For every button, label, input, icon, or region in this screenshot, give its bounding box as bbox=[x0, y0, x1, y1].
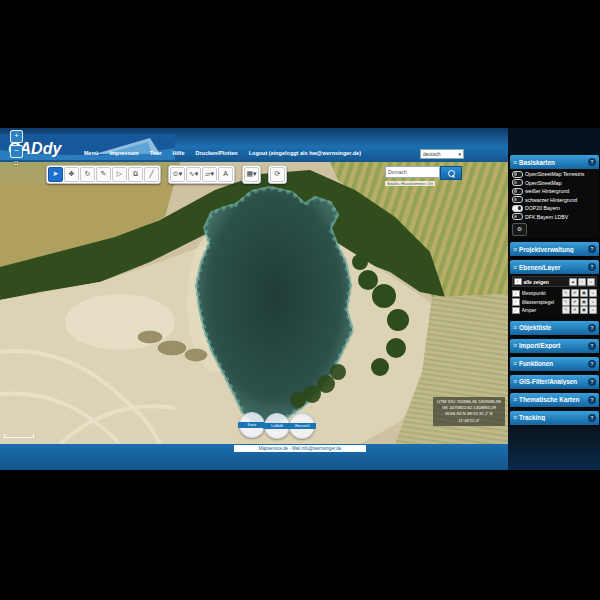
play-tool-button[interactable]: ▷ bbox=[112, 167, 127, 182]
toggle-icon[interactable] bbox=[512, 179, 523, 186]
toggle-icon[interactable] bbox=[512, 205, 523, 212]
basemap-item-weisser-hintergrund[interactable]: weißer Hintergrund bbox=[512, 187, 597, 196]
panel-objektliste: ≡ Objektliste ? bbox=[510, 321, 599, 335]
view-shortcut-luftbild[interactable]: Luftbild bbox=[264, 413, 290, 439]
edit-style-button[interactable]: ✐ bbox=[571, 298, 579, 306]
rotate-tool-button[interactable]: ↻ bbox=[80, 167, 95, 182]
edit-layer-button[interactable]: ✎ bbox=[562, 306, 570, 314]
panel-header-ebenen-layer[interactable]: ≡ Ebenen/Layer ? bbox=[510, 260, 599, 274]
show-all-layers-row[interactable]: ✓ alle zeigen ▲ − + bbox=[512, 276, 597, 287]
panel-header-objektliste[interactable]: ≡ Objektliste ? bbox=[510, 321, 599, 335]
panel-header-thematische-karten[interactable]: ≡ Thematische Karten ? bbox=[510, 393, 599, 407]
layer-checkbox[interactable]: ✓ bbox=[512, 307, 520, 315]
zoom-in-button[interactable]: + bbox=[10, 130, 23, 143]
edit-layer-button[interactable]: ✎ bbox=[562, 289, 570, 297]
menu-icon: ≡ bbox=[513, 396, 517, 403]
help-icon[interactable]: ? bbox=[588, 342, 596, 350]
toolbar-group-edit: ➤ ✥ ↻ ✎ ▷ ⧉ ╱ bbox=[46, 165, 161, 184]
basemap-item-dfk-bayern[interactable]: DFK Bayern LDBV bbox=[512, 213, 597, 222]
satellite-map bbox=[0, 162, 508, 444]
select-tool-button[interactable]: ➤ bbox=[48, 167, 63, 182]
polygon-measure-button[interactable]: ▱▾ bbox=[202, 167, 217, 182]
layer-sort-button[interactable]: ▲ bbox=[569, 278, 577, 286]
search-button[interactable] bbox=[440, 166, 462, 180]
help-icon[interactable]: ? bbox=[588, 158, 596, 166]
panel-header-tracking[interactable]: ≡ Tracking ? bbox=[510, 411, 599, 425]
zoom-out-button[interactable]: − bbox=[10, 145, 23, 158]
gear-icon[interactable]: ⚙ bbox=[512, 223, 527, 236]
panel-title: GIS-Filter/Analysen bbox=[519, 378, 588, 385]
menu-item-tour[interactable]: Tour bbox=[150, 150, 162, 156]
view-shortcut-karte[interactable]: Karte bbox=[239, 412, 265, 438]
toggle-icon[interactable] bbox=[512, 196, 523, 203]
layer-plus-button[interactable]: + bbox=[589, 298, 597, 306]
footer-contact[interactable]: Mapservice.de - Mail info@wernsinger.de bbox=[234, 445, 366, 452]
map-zoom-control: + − 11 bbox=[10, 130, 22, 166]
layer-folder-button[interactable]: ▣ bbox=[580, 306, 588, 314]
layer-folder-button[interactable]: ▣ bbox=[580, 289, 588, 297]
help-icon[interactable]: ? bbox=[588, 414, 596, 422]
basemap-item-osm[interactable]: OpenStreetMap bbox=[512, 179, 597, 188]
edit-style-button[interactable]: ✐ bbox=[571, 306, 579, 314]
basemap-item-schwarzer-hintergrund[interactable]: schwarzer Hintergrund bbox=[512, 196, 597, 205]
polyline-measure-button[interactable]: ∿▾ bbox=[186, 167, 201, 182]
style-tool-button[interactable]: ▦▾ bbox=[244, 167, 259, 182]
panel-header-projektverwaltung[interactable]: ≡ Projektverwaltung ? bbox=[510, 242, 599, 256]
panel-header-import-export[interactable]: ≡ Import/Export ? bbox=[510, 339, 599, 353]
caddy-logo[interactable]: CADdy bbox=[0, 128, 175, 162]
help-icon[interactable]: ? bbox=[588, 360, 596, 368]
menu-item-menue[interactable]: Menü bbox=[84, 150, 98, 156]
layer-tools: ✎ ✐ ▣ + bbox=[562, 298, 597, 306]
help-icon[interactable]: ? bbox=[588, 378, 596, 386]
overlay-tool-button[interactable]: ⧉ bbox=[128, 167, 143, 182]
panel-header-basiskarten[interactable]: ≡ Basiskarten ? bbox=[510, 155, 599, 169]
edit-style-button[interactable]: ✐ bbox=[571, 289, 579, 297]
search-input[interactable] bbox=[385, 166, 440, 178]
toggle-icon[interactable] bbox=[512, 188, 523, 195]
map-viewport[interactable]: ➤ ✥ ↻ ✎ ▷ ⧉ ╱ ⊙▾ ∿▾ ▱▾ A ▦▾ bbox=[0, 162, 508, 444]
circle-measure-button[interactable]: ⊙▾ bbox=[170, 167, 185, 182]
reload-button[interactable]: ⟳ bbox=[270, 167, 285, 182]
basemap-item-dop20-bayern[interactable]: DOP20 Bayern bbox=[512, 204, 597, 213]
search-icon bbox=[448, 170, 455, 177]
language-select[interactable]: deutsch ▾ bbox=[420, 149, 464, 159]
menu-item-impressum[interactable]: Impressum bbox=[109, 150, 138, 156]
toggle-icon[interactable] bbox=[512, 213, 523, 220]
layer-plus-button[interactable]: + bbox=[589, 306, 597, 314]
toggle-icon[interactable] bbox=[512, 171, 523, 178]
help-icon[interactable]: ? bbox=[588, 263, 596, 271]
layer-checkbox[interactable]: ✓ bbox=[512, 290, 520, 298]
panel-header-gis-filter[interactable]: ≡ GIS-Filter/Analysen ? bbox=[510, 375, 599, 389]
help-icon[interactable]: ? bbox=[588, 324, 596, 332]
toolbar-group-style: ▦▾ bbox=[242, 165, 261, 184]
menu-item-hilfe[interactable]: Hilfe bbox=[173, 150, 185, 156]
basemap-item-osm-terrestris[interactable]: OpenStreetMap Terrestris bbox=[512, 170, 597, 179]
header-right-spacer bbox=[508, 128, 600, 155]
show-all-checkbox[interactable]: ✓ bbox=[514, 278, 522, 286]
address-search: Straße, Hausnummer, Ort bbox=[385, 166, 462, 186]
line-tool-button[interactable]: ╱ bbox=[144, 167, 159, 182]
basemap-label: weißer Hintergrund bbox=[525, 188, 569, 194]
panel-header-funktionen[interactable]: ≡ Funktionen ? bbox=[510, 357, 599, 371]
move-tool-button[interactable]: ✥ bbox=[64, 167, 79, 182]
layer-checkbox[interactable]: ✓ bbox=[512, 298, 520, 306]
layer-collapse-button[interactable]: − bbox=[578, 278, 586, 286]
menu-item-drucken[interactable]: Drucken/Plotten bbox=[195, 150, 237, 156]
layer-add-button[interactable]: + bbox=[587, 278, 595, 286]
menu-item-logout[interactable]: Logout (eingeloggt als hw@wernsinger.de) bbox=[249, 150, 361, 156]
layer-plus-button[interactable]: + bbox=[589, 289, 597, 297]
layer-row-wasserspiegel[interactable]: ✓ Wasserspiegel ✎ ✐ ▣ + bbox=[512, 298, 597, 307]
layer-row-messpunkt[interactable]: ✓ Messpunkt ✎ ✐ ▣ + bbox=[512, 289, 597, 298]
layer-folder-button[interactable]: ▣ bbox=[580, 298, 588, 306]
search-hint: Straße, Hausnummer, Ort bbox=[385, 181, 435, 186]
edit-layer-button[interactable]: ✎ bbox=[562, 298, 570, 306]
screenshot-root: CADdy Menü Impressum Tour Hilfe Drucken/… bbox=[0, 0, 600, 600]
draw-tool-button[interactable]: ✎ bbox=[96, 167, 111, 182]
basemap-settings-row: ⚙ bbox=[512, 223, 597, 236]
sidebar: ≡ Basiskarten ? OpenStreetMap Terrestris… bbox=[508, 155, 600, 470]
view-shortcut-uebersicht[interactable]: Übersicht bbox=[289, 413, 315, 439]
help-icon[interactable]: ? bbox=[588, 245, 596, 253]
help-icon[interactable]: ? bbox=[588, 396, 596, 404]
text-tool-button[interactable]: A bbox=[218, 167, 233, 182]
layer-row-amper[interactable]: ✓ Amper ✎ ✐ ▣ + bbox=[512, 306, 597, 315]
